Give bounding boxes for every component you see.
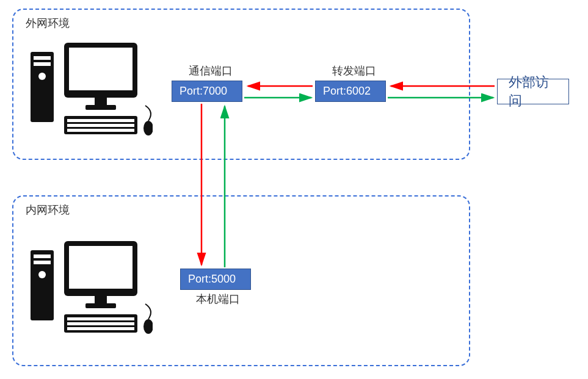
arrows-layer xyxy=(0,0,588,379)
